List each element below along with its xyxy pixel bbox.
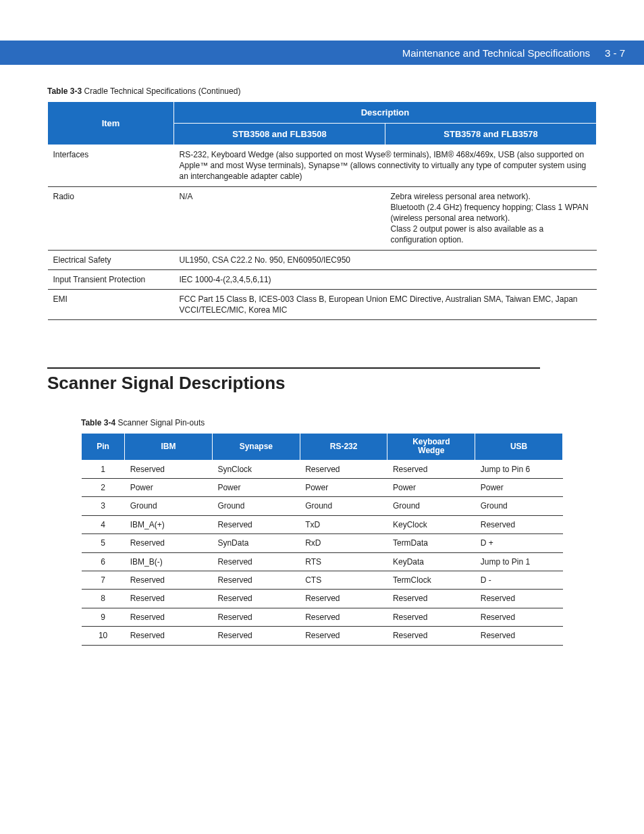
table-row: 5ReservedSynDataRxDTermDataD +: [82, 534, 563, 552]
table-row: 10ReservedReservedReservedReservedReserv…: [82, 627, 563, 645]
table33-label: Table 3-3 Cradle Technical Specification…: [47, 86, 597, 96]
table-row: 9ReservedReservedReservedReservedReserve…: [82, 608, 563, 626]
table-row: 4IBM_A(+)ReservedTxDKeyClockReserved: [82, 515, 563, 533]
table34-label: Table 3-4 Scanner Signal Pin-outs: [81, 418, 563, 427]
t33-th-colB: STB3578 and FLB3578: [385, 124, 596, 145]
t34-th-ibm: IBM: [125, 434, 213, 460]
t34-th-pin: Pin: [82, 434, 125, 460]
t34-th-usb: USB: [475, 434, 563, 460]
table34: Pin IBM Synapse RS-232 KeyboardWedge USB…: [81, 433, 563, 645]
section-rule: [47, 367, 540, 369]
table-row: Input Transient Protection: [48, 269, 174, 289]
table-row: Electrical Safety: [48, 250, 174, 269]
page-header: Maintenance and Technical Specifications…: [0, 41, 644, 65]
table-row: 3GroundGroundGroundGroundGround: [82, 497, 563, 515]
chapter-title: Maintenance and Technical Specifications: [402, 47, 590, 59]
table-row: 6IBM_B(-)ReservedRTSKeyDataJump to Pin 1: [82, 552, 563, 571]
section-title: Scanner Signal Descriptions: [47, 373, 597, 394]
t34-th-synapse: Synapse: [212, 434, 300, 460]
table-row: 8ReservedReservedReservedReservedReserve…: [82, 590, 563, 608]
header-band: [0, 0, 644, 41]
table-row: 7ReservedReservedCTSTermClockD -: [82, 571, 563, 589]
page-number: 3 - 7: [605, 47, 625, 59]
table-row: EMI: [48, 289, 174, 319]
table-row: 1ReservedSynClockReservedReservedJump to…: [82, 460, 563, 478]
table-row: Interfaces: [48, 145, 174, 187]
table33: Item Description STB3508 and FLB3508 STB…: [47, 101, 597, 320]
t33-th-colA: STB3508 and FLB3508: [173, 124, 385, 145]
t33-th-desc: Description: [173, 102, 596, 124]
t33-th-item: Item: [48, 102, 174, 145]
table-row: 2PowerPowerPowerPowerPower: [82, 479, 563, 497]
t34-th-kw: KeyboardWedge: [387, 434, 475, 460]
table-row: Radio: [48, 186, 174, 250]
t34-th-rs232: RS-232: [300, 434, 387, 460]
